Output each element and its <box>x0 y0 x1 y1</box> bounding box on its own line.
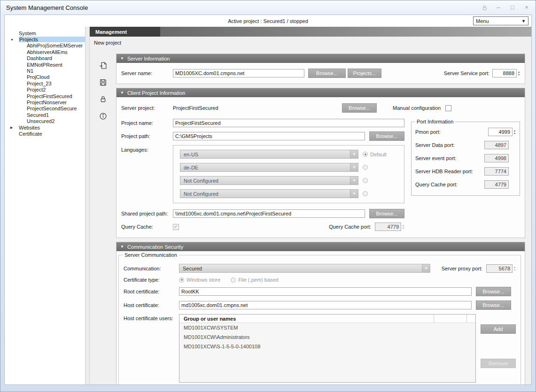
language-4-dropdown[interactable]: Not Configured ▼ <box>180 189 358 198</box>
server-hdb-reader-port-input <box>484 167 509 176</box>
sidebar-item-certificate[interactable]: Certificate <box>5 131 85 137</box>
host-certificate-input[interactable] <box>179 301 472 309</box>
server-project-browse-button[interactable]: Browse... <box>342 103 377 113</box>
chevron-down-icon[interactable]: ▼ <box>350 150 358 158</box>
maximize-button[interactable]: □ <box>509 4 516 11</box>
lock-icon[interactable] <box>98 94 108 104</box>
sidebar-item-unsecured2[interactable]: Unsecured2 <box>5 118 85 124</box>
host-certificate-users-label: Host certificate users: <box>124 314 179 321</box>
chevron-down-icon[interactable]: ▼ <box>350 163 358 171</box>
server-information-header[interactable]: ▼ Server Information <box>117 54 525 63</box>
table-row[interactable]: MD1001XCW\Administrators <box>179 332 475 342</box>
languages-label: Languages: <box>121 145 173 153</box>
root-certificate-browse-button[interactable]: Browse... <box>476 287 511 296</box>
pmon-port-input[interactable] <box>488 128 513 136</box>
communication-security-header[interactable]: ▼ Communication Security <box>117 242 525 251</box>
server-browse-button[interactable]: Browse... <box>308 69 346 78</box>
sidebar-item-n1[interactable]: N1 <box>5 68 85 74</box>
certificate-users-table[interactable]: Group or user names MD1001XCW\SYSTEM MD1… <box>179 314 476 383</box>
query-cache-port-stepper: ▲ ▼ <box>402 224 404 230</box>
users-table-header: Group or user names <box>179 315 475 323</box>
sidebar-item-system[interactable]: System <box>5 30 85 36</box>
spin-down-icon: ▼ <box>513 269 516 271</box>
table-row[interactable]: MD1001XCW\S-1-5-5-0-1400108 <box>179 342 475 351</box>
minimize-button[interactable]: – <box>495 4 502 11</box>
chevron-down-icon: ▼ <box>120 56 124 61</box>
chevron-down-icon: ▼ <box>521 19 526 23</box>
sidebar-item-projectsecondsecure[interactable]: ProjectSecondSecure <box>5 106 85 112</box>
client-project-header[interactable]: ▼ Client Project Information <box>117 88 525 97</box>
sidebar-item-websites[interactable]: ▶ Websites <box>5 124 85 131</box>
sidebar-item-project-23[interactable]: Project_23 <box>5 80 85 86</box>
language-1-dropdown[interactable]: en-US ▼ <box>180 150 358 159</box>
windows-store-label: Windows store <box>186 277 220 283</box>
spin-down-icon[interactable]: ▼ <box>518 73 520 76</box>
save-icon[interactable] <box>98 77 108 87</box>
query-cache-port-input <box>375 223 401 231</box>
sidebar-item-project2[interactable]: Project2 <box>5 87 85 93</box>
tabstrip: Management <box>90 27 531 37</box>
chevron-down-icon[interactable]: ▼ <box>10 38 16 41</box>
add-button[interactable]: Add <box>481 324 516 334</box>
check-icon: ✓ <box>174 224 178 229</box>
language-2-dropdown[interactable]: de-DE ▼ <box>180 163 358 172</box>
section-server-information: ▼ Server Information Server name: Browse… <box>116 54 525 84</box>
spin-down-icon: ▼ <box>402 227 404 230</box>
shared-path-browse-button[interactable]: Browse... <box>369 209 404 218</box>
root-certificate-input[interactable] <box>179 287 472 296</box>
window-title: System Management Console <box>6 4 88 11</box>
menu-dropdown[interactable]: Menu ▼ <box>473 16 528 25</box>
pem-file-label: File (.pem) based <box>238 277 279 283</box>
table-row[interactable]: MD1001XCW\SYSTEM <box>179 323 475 332</box>
project-name-input[interactable] <box>173 119 404 127</box>
group-or-user-names-header: Group or user names <box>179 315 434 323</box>
chevron-down-icon[interactable]: ▼ <box>422 264 430 272</box>
language-row: en-US ▼ Default <box>180 150 399 159</box>
manual-configuration-checkbox[interactable] <box>445 105 451 111</box>
sidebar-item-abhiprojsomeemserver[interactable]: AbhiProjSomeEMServer <box>5 43 85 49</box>
info-icon[interactable] <box>98 111 108 121</box>
pmon-port-stepper[interactable]: ▲ ▼ <box>513 129 516 135</box>
new-project-icon[interactable] <box>98 60 108 70</box>
server-name-input[interactable] <box>173 69 304 77</box>
host-certificate-browse-button[interactable]: Browse... <box>476 300 511 310</box>
sidebar-item-emnotpresent[interactable]: EMNotPResent <box>5 61 85 68</box>
manual-configuration-label: Manual configuration <box>393 105 441 111</box>
sidebar-item-dashboard[interactable]: Dashboard <box>5 55 85 61</box>
service-port-input[interactable] <box>492 69 517 77</box>
language-4-default-radio <box>363 191 368 196</box>
project-path-browse-button[interactable]: Browse... <box>369 131 404 141</box>
sidebar-item-projectnonserver[interactable]: ProjectNonserver <box>5 99 85 105</box>
projects-button[interactable]: Projects... <box>348 69 381 78</box>
server-proxy-port-stepper: ▲ ▼ <box>513 266 516 271</box>
lock-icon <box>481 5 488 11</box>
server-proxy-port-label: Server proxy port: <box>442 266 482 271</box>
server-event-port-label: Server event port: <box>415 155 456 161</box>
project-path-input[interactable] <box>173 132 365 140</box>
language-1-default-radio <box>363 152 368 157</box>
sidebar-item-projectfirstsecured[interactable]: ProjectFirstSecured <box>5 93 85 99</box>
spin-down-icon[interactable]: ▼ <box>513 132 516 135</box>
language-row: Not Configured ▼ <box>180 189 399 198</box>
language-3-dropdown[interactable]: Not Configured ▼ <box>180 176 358 185</box>
chevron-down-icon[interactable]: ▼ <box>350 190 358 198</box>
chevron-down-icon[interactable]: ▼ <box>350 177 358 184</box>
close-button[interactable]: × <box>523 4 530 11</box>
default-radio-label: Default <box>370 152 387 157</box>
sidebar-splitter[interactable] <box>85 27 90 384</box>
language-3-default-radio <box>363 178 368 183</box>
service-port-stepper[interactable]: ▲ ▼ <box>518 70 520 76</box>
service-port-label: Server Service port: <box>444 70 489 76</box>
server-data-port-input <box>484 141 509 149</box>
sidebar-item-projects[interactable]: ▼ Projects <box>5 36 85 42</box>
pmon-port-label: Pmon port: <box>415 129 441 135</box>
server-event-port-input <box>484 154 509 162</box>
sidebar-item-projcloud[interactable]: ProjCloud <box>5 74 85 80</box>
tab-management[interactable]: Management <box>90 27 160 37</box>
sidebar-item-abhiserverallems[interactable]: AbhiserverAllEms <box>5 49 85 55</box>
communication-dropdown[interactable]: Secured ▼ <box>179 264 430 273</box>
host-certificate-label: Host certificate: <box>124 302 179 308</box>
chevron-right-icon[interactable]: ▶ <box>10 126 16 130</box>
sidebar-item-secured1[interactable]: Secured1 <box>5 112 85 118</box>
shared-project-path-input[interactable] <box>173 209 365 218</box>
